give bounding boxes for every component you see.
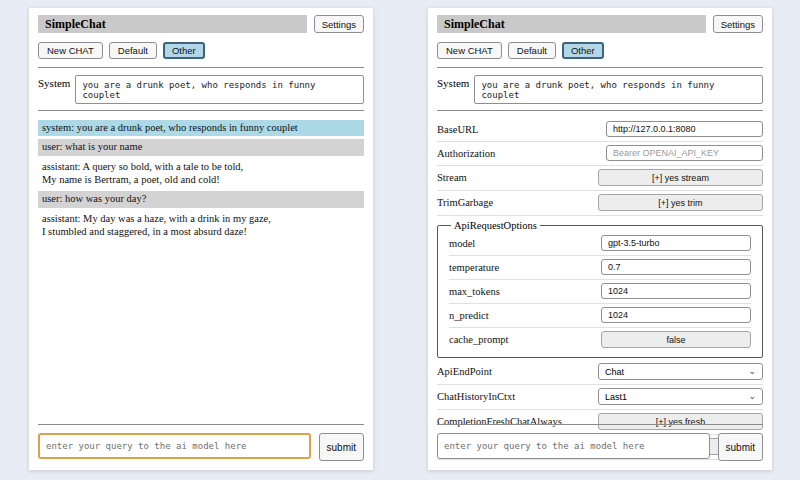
stream-toggle-button[interactable]: [+] yes stream: [598, 169, 763, 186]
setting-label: ChatHistoryInCtxt: [437, 391, 515, 402]
header-bar: SimpleChat Settings: [437, 15, 763, 33]
chevron-down-icon: ⌄: [748, 392, 756, 401]
submit-button[interactable]: submit: [718, 433, 763, 461]
divider: [38, 424, 364, 425]
query-input[interactable]: [437, 433, 710, 459]
setting-label: Stream: [437, 172, 467, 183]
session-other-button[interactable]: Other: [163, 42, 205, 59]
settings-button[interactable]: Settings: [314, 15, 364, 33]
settings-button[interactable]: Settings: [713, 15, 763, 33]
max-tokens-input[interactable]: [601, 283, 751, 299]
session-new-chat-button[interactable]: New CHAT: [437, 42, 502, 59]
setting-row-baseurl: BaseURL: [437, 118, 763, 142]
chat-history-in-ctxt-select[interactable]: Last1 ⌄: [598, 388, 763, 405]
setting-label: n_predict: [449, 310, 489, 321]
setting-row-model: model: [449, 232, 751, 256]
chat-message-user: user: how was your day?: [38, 191, 364, 207]
setting-label: BaseURL: [437, 124, 478, 135]
query-input[interactable]: [38, 433, 311, 459]
api-endpoint-select[interactable]: Chat ⌄: [598, 363, 763, 380]
divider: [38, 110, 364, 111]
baseurl-input[interactable]: [606, 121, 763, 137]
header-bar: SimpleChat Settings: [38, 15, 364, 33]
divider: [437, 424, 763, 425]
chat-message-system: system: you are a drunk poet, who respon…: [38, 120, 364, 136]
app-title: SimpleChat: [437, 15, 706, 33]
setting-row-stream: Stream [+] yes stream: [437, 166, 763, 191]
setting-label: TrimGarbage: [437, 197, 493, 208]
select-value: Chat: [605, 367, 624, 377]
submit-button[interactable]: submit: [319, 433, 364, 461]
setting-row-chathistoryinctxt: ChatHistoryInCtxt Last1 ⌄: [437, 385, 763, 410]
setting-label: model: [449, 238, 475, 249]
settings-panel: SimpleChat Settings New CHAT Default Oth…: [428, 8, 772, 470]
session-default-button[interactable]: Default: [508, 42, 556, 59]
fieldset-legend: ApiRequestOptions: [451, 220, 540, 231]
chat-message-assistant: assistant: My day was a haze, with a dri…: [38, 211, 364, 241]
session-tabs: New CHAT Default Other: [38, 42, 364, 59]
setting-row-temperature: temperature: [449, 256, 751, 280]
session-default-button[interactable]: Default: [109, 42, 157, 59]
chat-message-list: system: you are a drunk poet, who respon…: [38, 120, 364, 240]
setting-row-trimgarbage: TrimGarbage [+] yes trim: [437, 191, 763, 216]
session-new-chat-button[interactable]: New CHAT: [38, 42, 103, 59]
cache-prompt-toggle-button[interactable]: false: [601, 331, 751, 348]
setting-row-cache-prompt: cache_prompt false: [449, 328, 751, 352]
setting-label: max_tokens: [449, 286, 500, 297]
select-value: Last1: [605, 392, 627, 402]
chat-panel: SimpleChat Settings New CHAT Default Oth…: [29, 8, 373, 470]
setting-row-n-predict: n_predict: [449, 304, 751, 328]
system-label: System: [437, 75, 469, 104]
setting-label: temperature: [449, 262, 499, 273]
system-label: System: [38, 75, 70, 104]
trimgarbage-toggle-button[interactable]: [+] yes trim: [598, 194, 763, 211]
chevron-down-icon: ⌄: [748, 367, 756, 376]
app-title: SimpleChat: [38, 15, 307, 33]
setting-row-max-tokens: max_tokens: [449, 280, 751, 304]
query-bar: submit: [437, 419, 763, 461]
system-prompt-input[interactable]: you are a drunk poet, who responds in fu…: [75, 75, 364, 104]
divider: [437, 67, 763, 68]
divider: [38, 67, 364, 68]
setting-label: Authorization: [437, 148, 495, 159]
chat-message-user: user: what is your name: [38, 139, 364, 155]
divider: [437, 110, 763, 111]
setting-row-apiendpoint: ApiEndPoint Chat ⌄: [437, 360, 763, 385]
authorization-input[interactable]: [606, 145, 763, 161]
setting-label: ApiEndPoint: [437, 366, 492, 377]
system-prompt-row: System you are a drunk poet, who respond…: [38, 75, 364, 104]
api-request-options-fieldset: ApiRequestOptions model temperature max_…: [437, 220, 763, 358]
temperature-input[interactable]: [601, 259, 751, 275]
system-prompt-input[interactable]: you are a drunk poet, who responds in fu…: [474, 75, 763, 104]
model-input[interactable]: [601, 235, 751, 251]
system-prompt-row: System you are a drunk poet, who respond…: [437, 75, 763, 104]
setting-label: cache_prompt: [449, 334, 508, 345]
session-other-button[interactable]: Other: [562, 42, 604, 59]
query-bar: submit: [38, 419, 364, 461]
setting-row-authorization: Authorization: [437, 142, 763, 166]
chat-message-assistant: assistant: A query so bold, with a tale …: [38, 159, 364, 189]
n-predict-input[interactable]: [601, 307, 751, 323]
session-tabs: New CHAT Default Other: [437, 42, 763, 59]
